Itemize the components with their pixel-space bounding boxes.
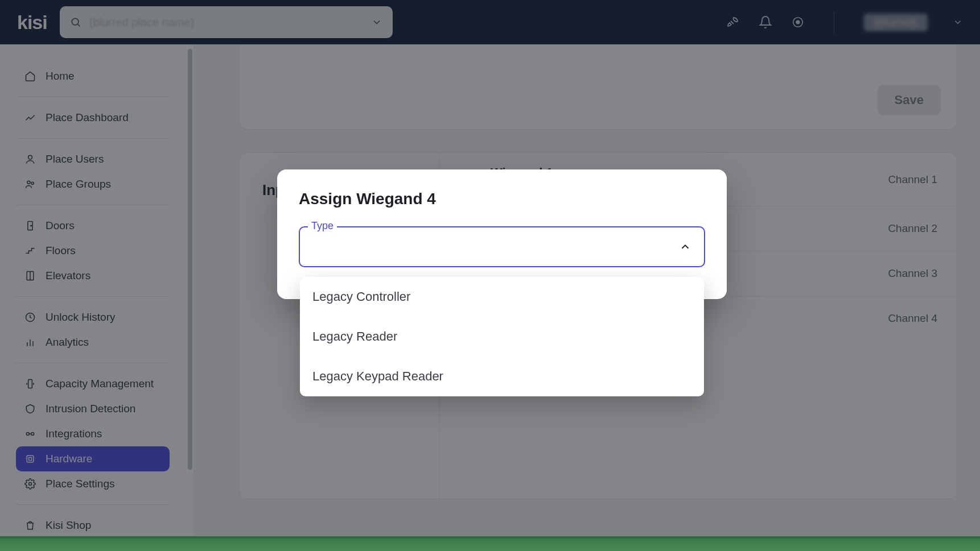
chevron-up-icon bbox=[679, 241, 691, 253]
type-select[interactable] bbox=[299, 226, 705, 267]
type-field: Type bbox=[299, 226, 705, 267]
modal-title: Assign Wiegand 4 bbox=[299, 190, 705, 208]
type-option-legacy-reader[interactable]: Legacy Reader bbox=[300, 317, 704, 357]
type-dropdown: Legacy Controller Legacy Reader Legacy K… bbox=[300, 277, 704, 396]
type-field-label: Type bbox=[308, 220, 337, 232]
type-option-legacy-controller[interactable]: Legacy Controller bbox=[300, 277, 704, 317]
type-option-legacy-keypad-reader[interactable]: Legacy Keypad Reader bbox=[300, 357, 704, 396]
app-root: kisi (blurred) bbox=[0, 0, 980, 551]
bottom-bar bbox=[0, 536, 980, 551]
